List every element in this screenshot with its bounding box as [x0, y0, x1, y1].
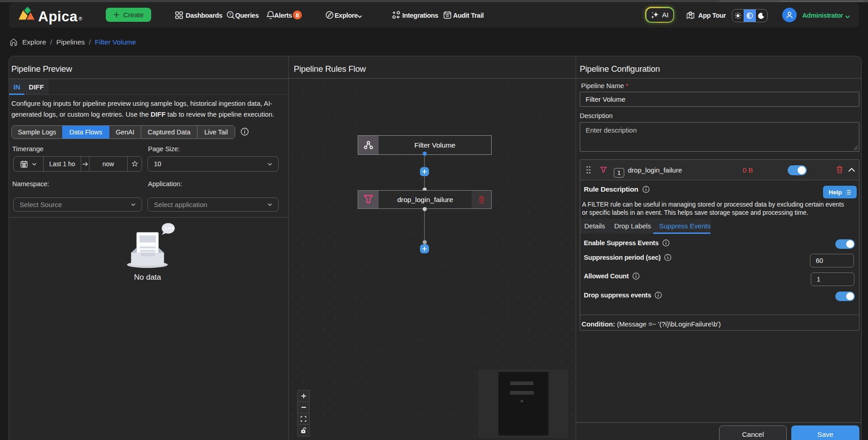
svg-text:?: ?: [229, 12, 231, 17]
